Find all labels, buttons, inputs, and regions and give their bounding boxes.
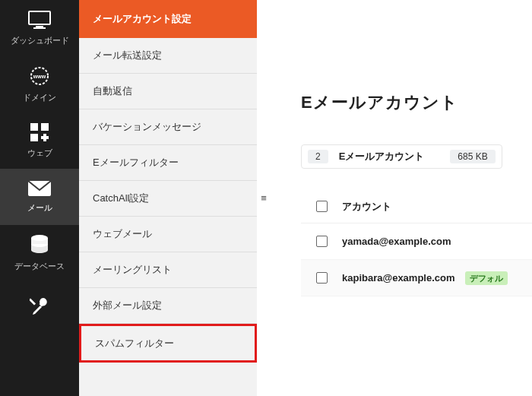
sidebar-item-mail[interactable]: メール [0,169,79,225]
account-summary: 2 Eメールアカウント 685 KB [301,144,502,169]
submenu-item-webmail[interactable]: ウェブメール [79,217,257,252]
summary-size: 685 KB [450,150,495,163]
monitor-icon [28,11,51,30]
sidebar-item-label: メール [27,202,52,214]
submenu-item-autoreply[interactable]: 自動返信 [79,74,257,109]
svg-rect-5 [30,123,38,131]
submenu-item-label: メール転送設定 [93,49,162,62]
submenu-item-vacation[interactable]: バケーションメッセージ [79,109,257,145]
sidebar-item-label: データベース [14,261,65,272]
submenu-item-label: 外部メール設定 [93,299,162,312]
account-email: kapibara@example.com [342,272,455,284]
table-row[interactable]: yamada@example.com [301,223,532,260]
page-title: Eメールアカウント [301,91,532,114]
submenu-item-label: ウェブメール [93,227,152,241]
select-all-checkbox[interactable] [316,201,328,212]
submenu-item-forwarding[interactable]: メール転送設定 [79,38,257,74]
sidebar-item-label: ドメイン [23,92,56,103]
tiles-plus-icon [30,123,49,143]
summary-count: 2 [308,150,328,163]
submenu-item-label: Eメールフィルター [93,156,179,169]
submenu-item-label: バケーションメッセージ [93,120,201,134]
svg-rect-12 [30,298,36,305]
sidebar-item-web[interactable]: ウェブ [0,112,79,169]
globe-www-icon: www [28,66,51,87]
svg-rect-2 [33,27,46,29]
sidebar-item-domain[interactable]: www ドメイン [0,56,79,112]
tools-icon [30,296,49,318]
submenu: メールアカウント設定 メール転送設定 自動返信 バケーションメッセージ Eメール… [79,0,257,396]
submenu-item-label: CatchAll設定 [93,192,149,205]
submenu-item-label: スパムフィルター [95,337,174,350]
main-content: Eメールアカウント 2 Eメールアカウント 685 KB アカウント yamad… [271,0,532,396]
sidebar-item-label: ダッシュボード [11,35,69,46]
submenu-header[interactable]: メールアカウント設定 [79,0,257,38]
drag-handle-icon: ≡ [261,192,267,204]
envelope-icon [28,181,51,198]
column-header-account[interactable]: アカウント [342,200,532,214]
account-email: yamada@example.com [342,236,451,247]
row-checkbox[interactable] [316,236,328,247]
submenu-item-catchall[interactable]: CatchAll設定 [79,181,257,217]
app-root: ダッシュボード www ドメイン ウェブ メール データベース [0,0,532,396]
sidebar: ダッシュボード www ドメイン ウェブ メール データベース [0,0,79,396]
submenu-item-external-mail[interactable]: 外部メール設定 [79,288,257,324]
svg-rect-1 [36,26,43,27]
submenu-item-spam-filter[interactable]: スパムフィルター [79,324,257,363]
resize-handle[interactable]: ≡ [257,0,271,396]
summary-label: Eメールアカウント [339,150,425,163]
svg-rect-0 [29,11,50,24]
submenu-item-mailinglist[interactable]: メーリングリスト [79,252,257,288]
submenu-header-label: メールアカウント設定 [93,12,192,26]
sidebar-item-database[interactable]: データベース [0,225,79,281]
row-checkbox[interactable] [316,272,328,284]
table-row[interactable]: kapibara@example.com デフォル [301,260,532,296]
submenu-item-email-filter[interactable]: Eメールフィルター [79,145,257,181]
sidebar-item-tools[interactable] [0,281,79,337]
submenu-item-label: 自動返信 [93,84,132,98]
svg-text:www: www [33,74,46,79]
accounts-table: アカウント yamada@example.com kapibara@exampl… [301,190,532,296]
table-header: アカウント [301,190,532,223]
svg-rect-6 [41,123,49,131]
default-badge: デフォル [465,271,508,285]
submenu-item-label: メーリングリスト [93,263,172,277]
svg-rect-7 [30,134,38,141]
database-icon [30,235,49,256]
sidebar-item-label: ウェブ [27,147,52,159]
sidebar-item-dashboard[interactable]: ダッシュボード [0,0,79,56]
svg-rect-9 [41,136,49,139]
